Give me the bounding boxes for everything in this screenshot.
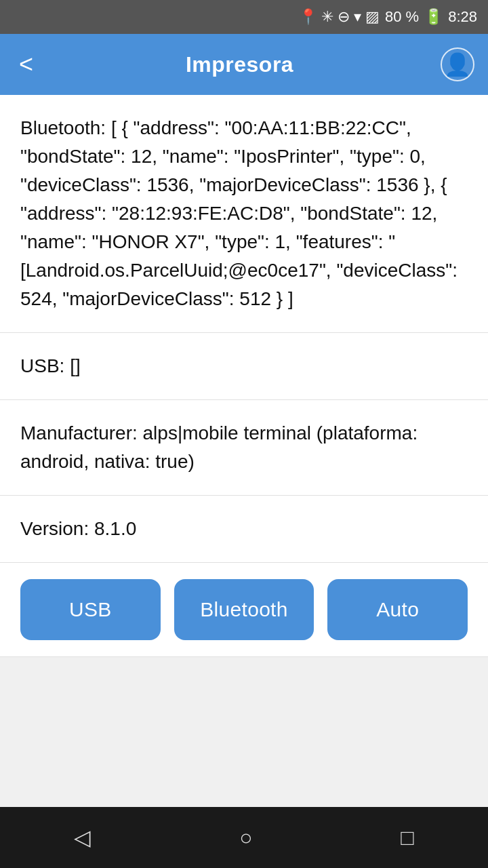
bluetooth-text: Bluetooth: [ { "address": "00:AA:11:BB:2… [20, 114, 468, 313]
profile-icon: 👤 [444, 52, 471, 77]
profile-button[interactable]: 👤 [441, 47, 474, 81]
wifi-icon: ▾ [354, 8, 361, 26]
minus-icon: ⊖ [338, 8, 350, 26]
manufacturer-section: Manufacturer: alps|mobile terminal (plat… [0, 400, 488, 496]
battery-text: 80 % [385, 8, 419, 26]
signal-icon: ▨ [365, 8, 380, 26]
battery-icon: 🔋 [424, 8, 443, 26]
action-buttons-row: USB Bluetooth Auto [0, 563, 488, 657]
nav-back-button[interactable] [54, 818, 111, 857]
usb-button[interactable]: USB [20, 579, 161, 640]
status-bar: 📍 ✳ ⊖ ▾ ▨ 80 % 🔋 8:28 [0, 0, 488, 34]
auto-button[interactable]: Auto [327, 579, 468, 640]
nav-recent-button[interactable] [380, 818, 434, 857]
usb-text: USB: [] [20, 352, 468, 380]
location-icon: 📍 [299, 8, 317, 26]
nav-home-button[interactable] [219, 818, 272, 857]
page-title: Impresora [186, 52, 293, 77]
version-section: Version: 8.1.0 [0, 496, 488, 563]
app-bar: < Impresora 👤 [0, 34, 488, 95]
bluetooth-section: Bluetooth: [ { "address": "00:AA:11:BB:2… [0, 95, 488, 333]
nav-bar [0, 807, 488, 868]
main-content: Bluetooth: [ { "address": "00:AA:11:BB:2… [0, 95, 488, 657]
back-button[interactable]: < [14, 45, 39, 84]
time-text: 8:28 [448, 8, 477, 26]
usb-section: USB: [] [0, 333, 488, 400]
status-icons: 📍 ✳ ⊖ ▾ ▨ [299, 8, 380, 26]
bluetooth-status-icon: ✳ [321, 8, 333, 26]
version-text: Version: 8.1.0 [20, 515, 468, 543]
manufacturer-text: Manufacturer: alps|mobile terminal (plat… [20, 419, 468, 476]
bluetooth-button[interactable]: Bluetooth [174, 579, 314, 640]
